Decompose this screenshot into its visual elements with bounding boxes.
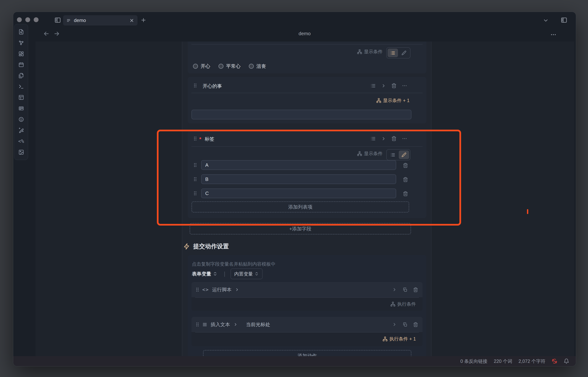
tab-title: demo xyxy=(74,18,127,23)
field-expand-chevron-icon[interactable] xyxy=(381,136,386,141)
chevron-right-icon xyxy=(235,287,239,292)
radio-option-neutral[interactable]: 平常心 xyxy=(219,63,241,70)
minimize-window-button[interactable] xyxy=(25,17,30,22)
action-header[interactable]: <> 运行脚本 xyxy=(191,282,422,297)
delete-item-trash-icon[interactable] xyxy=(403,191,408,196)
list-item-input[interactable]: C xyxy=(201,188,396,198)
templater-icon[interactable]: <% xyxy=(18,138,24,144)
field-list-icon[interactable] xyxy=(370,83,376,88)
variable-selectors: 表单变量 | 内置变量 xyxy=(192,268,263,279)
tab-close-icon[interactable] xyxy=(129,18,134,23)
drag-handle-icon[interactable] xyxy=(194,163,197,167)
display-condition-plus-one[interactable]: 显示条件 + 1 xyxy=(354,97,410,104)
divider xyxy=(191,44,422,45)
delete-item-trash-icon[interactable] xyxy=(403,163,408,168)
field-delete-trash-icon[interactable] xyxy=(391,136,397,141)
radio-circle[interactable] xyxy=(249,64,254,69)
field-more-ellipsis-icon[interactable] xyxy=(402,136,407,141)
field-more-ellipsis-icon[interactable] xyxy=(402,83,407,88)
chevron-right-icon xyxy=(233,322,238,327)
code-icon: <> xyxy=(202,287,209,293)
files-icon[interactable] xyxy=(18,73,24,79)
list-mode-icon[interactable] xyxy=(388,151,398,159)
backlinks-count[interactable]: 0 条反向链接 xyxy=(460,358,488,364)
left-sidebar-toggle-icon[interactable] xyxy=(54,17,61,24)
char-count[interactable]: 2,072 个字符 xyxy=(518,358,545,364)
close-window-button[interactable] xyxy=(17,17,22,22)
execute-condition-plus-one[interactable]: 执行条件 + 1 xyxy=(383,336,416,342)
builtin-variables-select[interactable]: 内置变量 xyxy=(231,268,263,279)
field-header: * 标签 xyxy=(199,136,214,142)
radio-circle[interactable] xyxy=(219,64,223,69)
right-sidebar-toggle-icon[interactable] xyxy=(561,17,567,24)
radio-circle[interactable] xyxy=(193,64,198,69)
chevrons-up-down-icon xyxy=(213,271,218,276)
field-list-icon[interactable] xyxy=(370,136,376,141)
tab-demo[interactable]: demo xyxy=(63,15,137,25)
new-tab-plus-icon[interactable] xyxy=(141,17,146,23)
zoom-window-button[interactable] xyxy=(34,17,39,22)
list-mode-icon[interactable] xyxy=(388,49,398,57)
file-search-icon[interactable] xyxy=(18,29,24,35)
image-icon[interactable] xyxy=(18,149,24,155)
action-delete-trash-icon[interactable] xyxy=(413,322,418,327)
annotation-caret xyxy=(527,209,528,214)
network-icon xyxy=(383,336,388,342)
submit-actions-heading: 提交动作设置 xyxy=(183,242,229,250)
insert-target-label[interactable]: 当前光标处 xyxy=(246,321,270,328)
graph-view-icon[interactable] xyxy=(18,40,24,46)
tab-switcher-chevron-down-icon[interactable] xyxy=(543,18,549,24)
kanban-card-icon[interactable] xyxy=(18,106,24,111)
add-list-item-button[interactable]: 添加列表项 xyxy=(191,201,409,212)
terminal-icon[interactable] xyxy=(18,84,24,89)
magic-wand-icon[interactable] xyxy=(18,127,24,133)
action-delete-trash-icon[interactable] xyxy=(413,287,418,292)
action-duplicate-copy-icon[interactable] xyxy=(402,287,408,292)
action-card-insert-text: 插入文本 当前光标处 xyxy=(191,317,422,346)
network-icon xyxy=(357,49,362,54)
layout-dashboard-icon[interactable] xyxy=(18,51,24,57)
pencil-mode-icon[interactable] xyxy=(399,49,409,57)
drag-handle-icon[interactable] xyxy=(194,177,197,181)
divider xyxy=(191,93,422,93)
field-title: 开心的事 xyxy=(203,83,222,89)
variables-hint: 点击复制字段变量名并粘贴到内容模板中 xyxy=(192,261,276,267)
drag-handle-icon[interactable] xyxy=(194,191,197,196)
list-item-input[interactable]: A xyxy=(201,160,396,170)
pane-more-options-icon[interactable] xyxy=(550,32,556,38)
drag-handle-icon[interactable] xyxy=(196,322,199,327)
field-delete-trash-icon[interactable] xyxy=(391,83,397,88)
execute-condition-label[interactable]: 执行条件 xyxy=(390,301,416,307)
pencil-mode-icon[interactable] xyxy=(399,151,409,159)
sync-error-icon[interactable] xyxy=(552,358,557,364)
drag-handle-icon[interactable] xyxy=(194,136,197,141)
smiley-icon[interactable] xyxy=(18,117,24,122)
action-expand-chevron-icon[interactable] xyxy=(392,287,397,292)
add-field-button[interactable]: +添加字段 xyxy=(190,223,411,235)
display-condition-label[interactable]: 显示条件 xyxy=(344,49,383,55)
drag-handle-icon[interactable] xyxy=(194,83,197,88)
delete-item-trash-icon[interactable] xyxy=(403,177,408,182)
network-icon xyxy=(390,302,395,306)
display-condition-label[interactable]: 显示条件 xyxy=(344,151,383,157)
action-card-run-script: <> 运行脚本 xyxy=(191,282,422,311)
add-action-button[interactable]: 添加动作 xyxy=(203,350,411,356)
form-variables-select[interactable]: 表单变量 xyxy=(192,271,218,277)
list-item-input[interactable]: B xyxy=(201,174,396,184)
word-count[interactable]: 220 个词 xyxy=(494,358,512,364)
calendar-icon[interactable] xyxy=(18,62,24,68)
field-expand-chevron-icon[interactable] xyxy=(381,83,386,88)
pane-header: demo xyxy=(35,26,574,42)
happy-things-input[interactable] xyxy=(191,110,411,119)
layout-panel-icon[interactable] xyxy=(18,95,24,100)
bell-icon[interactable] xyxy=(564,358,569,364)
action-header[interactable]: 插入文本 当前光标处 xyxy=(191,317,422,332)
radio-option-sad[interactable]: 沮丧 xyxy=(249,63,266,70)
drag-handle-icon[interactable] xyxy=(196,287,199,292)
mood-radio-group: 开心 平常心 沮丧 xyxy=(193,62,266,70)
screen: demo xyxy=(0,0,588,377)
action-duplicate-copy-icon[interactable] xyxy=(402,322,408,327)
radio-option-happy[interactable]: 开心 xyxy=(193,63,210,70)
action-expand-chevron-icon[interactable] xyxy=(392,322,397,327)
chevrons-up-down-icon xyxy=(254,271,259,276)
